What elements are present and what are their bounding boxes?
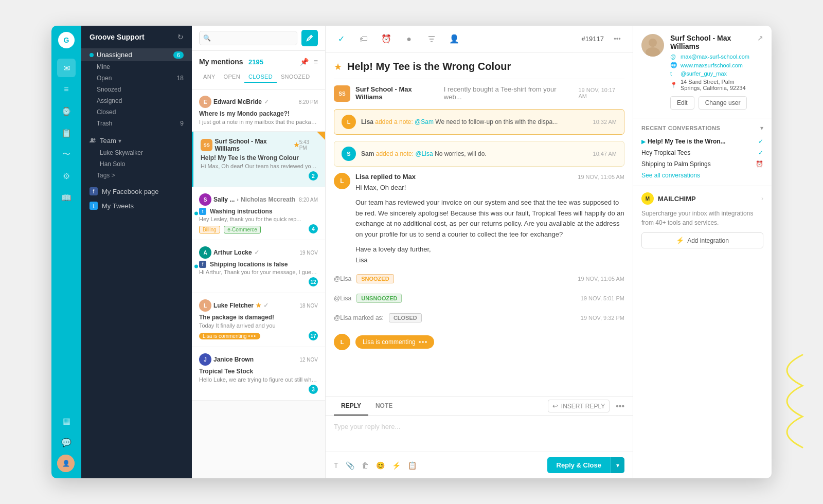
nav-icon-book[interactable]: 📖 bbox=[57, 188, 76, 207]
sidebar-item-snoozed[interactable]: Snoozed bbox=[81, 84, 192, 95]
nav-icon-chat[interactable]: 💬 bbox=[57, 433, 76, 452]
delete-icon[interactable]: 🗑 bbox=[362, 461, 369, 470]
more-icon[interactable]: ••• bbox=[610, 32, 624, 46]
sidebar-item-trash[interactable]: Trash 9 bbox=[81, 118, 192, 129]
attach-icon[interactable]: 📎 bbox=[346, 461, 354, 470]
status-snoozed: @Lisa SNOOZED 19 NOV, 11:05 AM bbox=[334, 272, 624, 285]
sidebar-team-luke[interactable]: Luke Skywalker bbox=[81, 147, 192, 158]
sidebar-item-mine[interactable]: Mine bbox=[81, 61, 192, 73]
conv-item-2[interactable]: SS Surf School - Max Williams ★ 5:43 PM … bbox=[192, 132, 325, 187]
nav-icon-menu[interactable]: ≡ bbox=[57, 80, 76, 99]
sidebar-team-header[interactable]: Team ▾ bbox=[81, 134, 192, 147]
reply-more-opts[interactable]: ••• bbox=[616, 402, 624, 411]
sidebar-item-closed[interactable]: Closed bbox=[81, 106, 192, 118]
nav-icon-inbox[interactable]: ✉ bbox=[57, 59, 76, 77]
sidebar-item-open[interactable]: Open 18 bbox=[81, 73, 192, 84]
add-integration-button[interactable]: ⚡ Add integration bbox=[641, 232, 763, 248]
tab-any[interactable]: ANY bbox=[199, 71, 220, 83]
reply-dropdown-button[interactable]: ▾ bbox=[611, 457, 624, 473]
mailchimp-arrow: › bbox=[761, 195, 763, 202]
recent-conv-2[interactable]: Hey Tropical Tees ✓ bbox=[641, 147, 763, 158]
conv-subject: Help! My Tee is the Wrong Colour bbox=[347, 61, 511, 73]
reply-input[interactable]: Type your reply here... bbox=[326, 416, 633, 452]
conv-item-5[interactable]: L Luke Fletcher ★ ✓ 18 NOV The package i… bbox=[192, 293, 325, 347]
conv-item-3[interactable]: S Sally ... › Nicholas Mccreath 8:20 AM … bbox=[192, 187, 325, 240]
sidebar-facebook[interactable]: f My Facebook page bbox=[81, 184, 192, 199]
closed-label: Closed bbox=[97, 109, 116, 116]
conv-item-5-time: 18 NOV bbox=[299, 303, 318, 309]
compose-button[interactable] bbox=[301, 30, 318, 46]
dot-icon[interactable]: ● bbox=[402, 32, 416, 46]
sidebar-tags[interactable]: Tags > bbox=[81, 170, 192, 181]
nav-icon-activity[interactable]: 〜 bbox=[57, 145, 76, 164]
app-logo[interactable]: G bbox=[58, 32, 75, 48]
unread-dot-4 bbox=[194, 265, 198, 268]
tab-snoozed[interactable]: SNOOZED bbox=[277, 71, 314, 83]
sidebar-twitter[interactable]: t My Tweets bbox=[81, 199, 192, 213]
conv-item-4-preview: Hi Arthur, Thank you for your message, I… bbox=[199, 269, 318, 275]
see-all-link[interactable]: See all conversations bbox=[641, 172, 700, 179]
reply-tab-reply[interactable]: REPLY bbox=[334, 397, 368, 416]
filter-icon[interactable] bbox=[424, 32, 439, 46]
conv-item-3-subject: Washing instructions bbox=[210, 208, 273, 215]
pin-icon[interactable]: 📌 bbox=[300, 58, 309, 66]
sidebar-team-han[interactable]: Han Solo bbox=[81, 158, 192, 170]
conv-item-6[interactable]: J Janice Brown 12 NOV Tropical Tee Stock… bbox=[192, 347, 325, 401]
nav-icon-grid[interactable]: ▦ bbox=[57, 411, 76, 430]
nav-icon-settings[interactable]: ⚙ bbox=[57, 167, 76, 185]
reply-content: Lisa replied to Max 19 NOV, 11:05 AM Hi … bbox=[355, 173, 624, 266]
search-input[interactable] bbox=[199, 31, 297, 45]
recent-conv-1[interactable]: ▶ Help! My Tee is the Wron... ✓ bbox=[641, 136, 763, 147]
conv-item-6-header: J Janice Brown 12 NOV bbox=[199, 353, 318, 366]
user-icon[interactable]: 👤 bbox=[447, 32, 461, 46]
contact-email[interactable]: max@max-surf-school.com bbox=[681, 53, 749, 60]
right-panel: Surf School - Max Williams @ max@max-sur… bbox=[633, 26, 772, 478]
reply-tab-note[interactable]: NOTE bbox=[368, 397, 400, 416]
subject-star[interactable]: ★ bbox=[334, 61, 342, 73]
facebook-icon: f bbox=[90, 187, 98, 195]
edit-button[interactable]: Edit bbox=[670, 96, 694, 110]
tab-closed[interactable]: CLOSED bbox=[244, 71, 277, 83]
recent-conv-toggle[interactable]: ▾ bbox=[760, 124, 763, 132]
reply-close-button[interactable]: Reply & Close bbox=[547, 457, 611, 473]
unread-dot-3 bbox=[194, 212, 198, 215]
contact-twitter[interactable]: @surfer_guy_max bbox=[681, 70, 727, 77]
logout-icon[interactable]: ↗ bbox=[757, 34, 763, 42]
nav-avatar[interactable]: 👤 bbox=[57, 455, 75, 472]
conv-messages: ★ Help! My Tee is the Wrong Colour SS Su… bbox=[326, 52, 633, 397]
twitter-label: My Tweets bbox=[102, 202, 134, 210]
attachment-2-icon[interactable]: 📋 bbox=[408, 461, 417, 470]
mailchimp-header[interactable]: M MAILCHIMP › bbox=[641, 192, 763, 205]
sidebar-items: Unassigned 6 Mine Open 18 Snoozed Assign… bbox=[81, 46, 192, 131]
conv-item-5-subject: The package is damaged! bbox=[199, 314, 318, 321]
check-icon[interactable]: ✓ bbox=[334, 32, 348, 46]
recent-conv-3[interactable]: Shipping to Palm Springs ⏰ bbox=[641, 158, 763, 170]
contact-website[interactable]: www.maxsurfschool.com bbox=[681, 62, 743, 68]
sidebar-item-assigned[interactable]: Assigned bbox=[81, 95, 192, 106]
conv-item-4[interactable]: A Arthur Locke ✓ 19 NOV f Shipping locat… bbox=[192, 240, 325, 293]
sidebar-item-unassigned[interactable]: Unassigned 6 bbox=[81, 48, 192, 61]
clock-icon[interactable]: ⏰ bbox=[379, 32, 393, 46]
text-format-icon[interactable]: T bbox=[334, 461, 338, 470]
conv-item-3-badge: 4 bbox=[309, 224, 318, 233]
change-user-button[interactable]: Change user bbox=[699, 96, 747, 110]
emoji-icon[interactable]: 😊 bbox=[376, 461, 385, 470]
conversation-list: 🔍 My mentions 2195 📌 ≡ ANY OP bbox=[192, 26, 326, 478]
conv-item-6-badge: 3 bbox=[309, 385, 318, 394]
tab-open[interactable]: OPEN bbox=[220, 71, 244, 83]
insert-reply-btn[interactable]: ↩ INSERT REPLY bbox=[548, 400, 610, 412]
snoozed-badge: SNOOZED bbox=[356, 274, 393, 283]
snoozed-time: 19 NOV, 11:05 AM bbox=[578, 276, 624, 282]
tag-icon[interactable]: 🏷 bbox=[356, 32, 371, 46]
contact-avatar bbox=[641, 34, 664, 57]
refresh-icon[interactable]: ↻ bbox=[177, 33, 184, 41]
nav-icon-docs[interactable]: 📋 bbox=[57, 123, 76, 142]
conv-item-1[interactable]: E Edward McBride ✓ 8:20 PM Where is my M… bbox=[192, 89, 325, 132]
lightning-icon[interactable]: ⚡ bbox=[392, 461, 401, 470]
reply-toolbar-right: ↩ INSERT REPLY ••• bbox=[400, 397, 624, 415]
conv-item-6-footer: 3 bbox=[199, 385, 318, 394]
nav-icon-reports[interactable]: ⌚ bbox=[57, 102, 76, 120]
reply-btn-group: Reply & Close ▾ bbox=[547, 457, 624, 473]
sidebar-mailbox-title[interactable]: Groove Support bbox=[90, 33, 145, 41]
list-icon[interactable]: ≡ bbox=[314, 58, 318, 66]
